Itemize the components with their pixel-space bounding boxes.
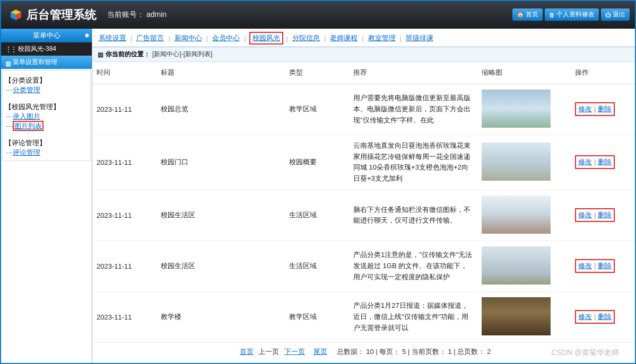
top-right-buttons: 🏠首页 🗑个人资料修改 ⏻退出 [512,8,630,21]
tab-system[interactable]: 系统设置 [98,32,127,44]
delete-link[interactable]: 删除 [598,211,612,219]
thumbnail-image [482,246,551,285]
cell-title: 校园生活区 [156,190,285,241]
main: 系统设置| 广告留言| 新闻中心| 会员中心| 校园风光| 分院信息| 老师课程… [92,29,635,363]
op-box: 修改|删除 [575,208,615,222]
logo-icon [10,8,22,21]
cell-op: 修改|删除 [571,291,635,342]
cell-thumb [477,84,571,135]
cell-rec: 云南基地直发向日葵泡泡香槟玫瑰花束家用插花艺冷链保鲜每周一花全国速递同城 10朵… [349,135,477,190]
sidebar-link-image-list[interactable]: ---图片列表 [6,121,88,131]
cell-op: 修改|删除 [571,190,635,241]
body-wrap: 菜单中心 ⋮⋮ 校园风光-384 ▦ 菜单设置和管理 【分类设置】 ---分类管… [1,29,635,363]
cell-thumb [477,190,571,241]
account-label: 当前账号： [107,10,144,19]
cell-thumb [477,241,571,291]
thumbnail-image [482,297,551,335]
thumbnail-image [482,90,551,128]
th-title: 标题 [156,62,285,84]
sidebar-link-comment-manage[interactable]: ---评论管理 [6,148,88,157]
group-head-2: 【评论管理】 [5,138,88,148]
th-thumb: 缩略图 [477,62,571,84]
profile-button[interactable]: 🗑个人资料修改 [545,8,599,21]
cell-type: 生活区域 [285,241,349,291]
top-bar: 后台管理系统 当前账号： admin 🏠首页 🗑个人资料修改 ⏻退出 [1,1,635,29]
cell-rec: 产品分类1月27日报道：据媒体报道，近日，微信上线"仅传输文件"功能，用户无需登… [349,291,477,342]
cell-title: 校园总览 [156,84,285,135]
cell-time: 2023-11-11 [92,241,156,291]
delete-link[interactable]: 删除 [598,105,612,113]
cell-type: 教学区域 [285,291,349,342]
sidebar: 菜单中心 ⋮⋮ 校园风光-384 ▦ 菜单设置和管理 【分类设置】 ---分类管… [1,29,92,363]
cell-title: 校园生活区 [156,241,285,291]
cell-rec: 用户需要先将电脑版微信更新至最高版本。电脑版微信更新后，页面下方会出现"仅传输文… [349,84,477,135]
th-time: 时间 [92,62,156,84]
logout-icon: ⏻ [605,12,611,18]
sidebar-link-upload-image[interactable]: ---录入图片 [6,112,88,121]
nav-tabs: 系统设置| 广告留言| 新闻中心| 会员中心| 校园风光| 分院信息| 老师课程… [92,29,635,47]
th-type: 类型 [285,62,349,84]
cell-thumb [477,135,571,190]
delete-link[interactable]: 删除 [598,158,612,166]
pager-last[interactable]: 尾页 [313,348,327,356]
home-button[interactable]: 🏠首页 [512,8,543,21]
edit-link[interactable]: 修改 [578,313,592,321]
tab-member[interactable]: 会员中心 [211,32,241,44]
panel-body: 【分类设置】 ---分类管理 【校园风光管理】 ---录入图片 ---图片列表 … [2,70,91,161]
tab-schedule[interactable]: 班级排课 [405,32,434,44]
delete-link[interactable]: 删除 [598,262,612,270]
op-box: 修改|删除 [575,259,615,273]
table-header-row: 时间 标题 类型 推荐 缩略图 操作 [92,62,635,84]
edit-link[interactable]: 修改 [578,211,592,219]
thumbnail-image [482,196,551,234]
app-frame: COMPANY 后台管理系统 当前账号： admin 🏠首页 🗑个人资料修改 ⏻… [0,0,636,364]
cell-time: 2023-11-11 [92,291,156,342]
tab-teacher[interactable]: 老师课程 [329,32,359,44]
sidebar-link-category-manage[interactable]: ---分类管理 [6,85,88,95]
tab-campus-active[interactable]: 校园风光 [249,32,283,45]
account-info: 当前账号： admin [107,10,167,20]
group-head-1: 【校园风光管理】 [5,102,88,112]
cell-time: 2023-11-11 [92,190,156,241]
cell-title: 教学楼 [156,291,285,342]
account-name: admin [146,10,167,19]
pager-next[interactable]: 下一页 [284,348,305,356]
menu-center-header: 菜单中心 [1,29,92,42]
edit-link[interactable]: 修改 [578,158,592,166]
tree-icon: ⋮⋮ [5,46,16,53]
edit-link[interactable]: 修改 [578,105,592,113]
cell-op: 修改|删除 [571,241,635,291]
op-box: 修改|删除 [575,102,615,116]
group-head-0: 【分类设置】 [5,76,88,85]
table-row: 2023-11-11校园生活区生活区域脑右下方任务通知栏没有微信图标，不能进行聊… [92,190,635,241]
pager-prev: 上一页 [258,348,279,356]
breadcrumb-icon: ▦ [98,51,103,58]
cell-type: 校园概要 [285,135,349,190]
table-row: 2023-11-11校园门口校园概要云南基地直发向日葵泡泡香槟玫瑰花束家用插花艺… [92,135,635,190]
tab-ads[interactable]: 广告留言 [135,32,165,44]
op-box: 修改|删除 [575,155,615,169]
tab-news[interactable]: 新闻中心 [173,32,203,44]
table-row: 2023-11-11校园生活区生活区域产品分类1注意的是，"仅传输文件"无法发送… [92,241,635,291]
cell-time: 2023-11-11 [92,84,156,135]
content: 时间 标题 类型 推荐 缩略图 操作 2023-11-11校园总览教学区域用户需… [92,62,635,363]
tab-classroom[interactable]: 教室管理 [367,32,397,44]
pager: 首页 上一页 下一页 尾页 总数据： 10 | 每页： 5 | 当前页数： 1 … [92,343,635,361]
edit-link[interactable]: 修改 [578,262,592,270]
breadcrumb-label: 你当前的位置： [106,50,150,59]
th-rec: 推荐 [349,62,477,84]
table-row: 2023-11-11教学楼教学区域产品分类1月27日报道：据媒体报道，近日，微信… [92,291,635,342]
pager-first[interactable]: 首页 [240,348,254,356]
logout-button[interactable]: ⏻退出 [601,8,630,21]
cell-thumb [477,291,571,342]
tree-node[interactable]: ⋮⋮ 校园风光-384 [1,42,92,56]
pager-stats: 总数据： 10 | 每页： 5 | 当前页数： 1 | 总页数： 2 [337,347,491,357]
breadcrumb-path: [新闻中心]-[新闻列表] [152,50,212,59]
data-table: 时间 标题 类型 推荐 缩略图 操作 2023-11-11校园总览教学区域用户需… [92,62,635,343]
panel-icon: ▦ [5,60,11,65]
breadcrumb: ▦ 你当前的位置： [新闻中心]-[新闻列表] [92,47,635,62]
panel-title: ▦ 菜单设置和管理 [1,56,92,69]
tab-college[interactable]: 分院信息 [291,32,321,44]
table-row: 2023-11-11校园总览教学区域用户需要先将电脑版微信更新至最高版本。电脑版… [92,84,635,135]
delete-link[interactable]: 删除 [598,313,612,321]
